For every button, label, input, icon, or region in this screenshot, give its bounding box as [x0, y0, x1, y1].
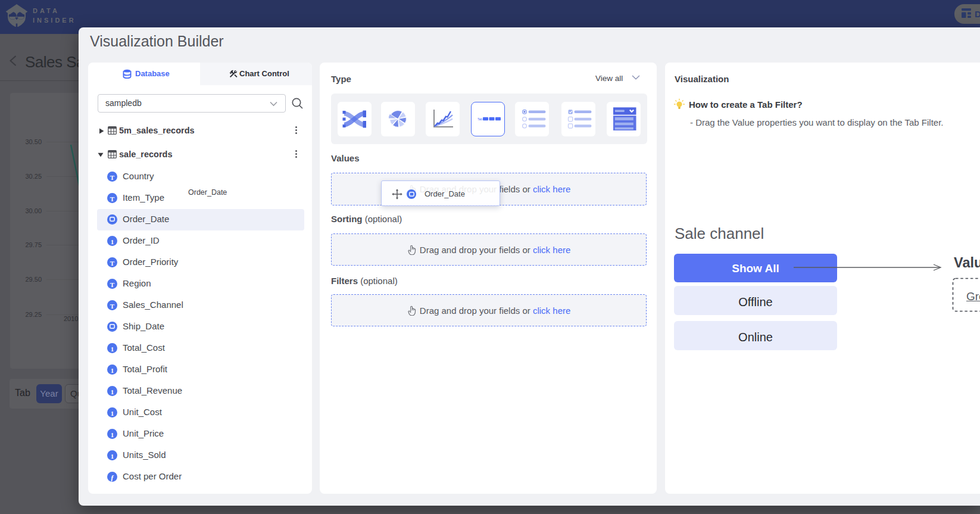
svg-text:Tab: Tab [477, 117, 482, 121]
